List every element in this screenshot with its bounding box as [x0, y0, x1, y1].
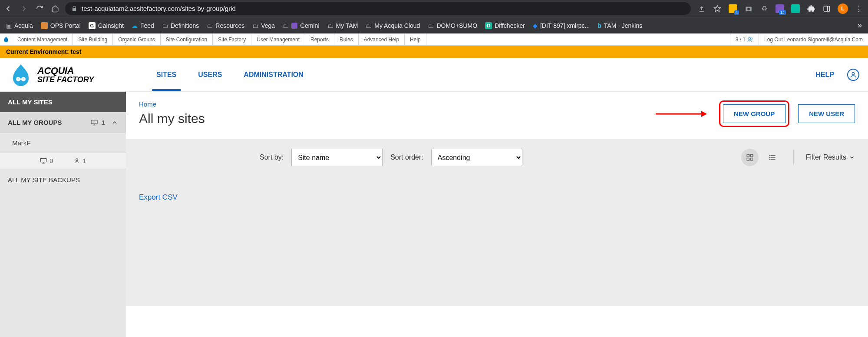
admin-item[interactable]: Rules — [334, 33, 359, 45]
page-title: All my sites — [139, 111, 205, 126]
app-header: ACQUIA SITE FACTORY SITES USERS ADMINIST… — [0, 58, 868, 92]
monitor-icon — [90, 120, 98, 126]
svg-rect-14 — [41, 159, 46, 162]
bookmark-item[interactable]: ▣Acquia — [6, 22, 33, 29]
folder-icon: 🗀 — [366, 22, 372, 29]
sort-by-select[interactable]: Site name — [291, 149, 383, 166]
new-user-button[interactable]: NEW USER — [798, 104, 855, 123]
folder-icon: 🗀 — [162, 22, 168, 29]
list-view-button[interactable] — [764, 149, 781, 166]
new-group-button[interactable]: NEW GROUP — [723, 104, 785, 123]
svg-point-10 — [852, 72, 854, 74]
ext-purple-icon[interactable]: 14 — [775, 4, 785, 13]
annotation-highlight: NEW GROUP — [719, 100, 789, 127]
bookmark-item[interactable]: 🗀Definitions — [162, 22, 199, 29]
ext-yellow-icon[interactable]: 4 — [728, 4, 738, 13]
user-menu[interactable] — [847, 69, 859, 81]
breadcrumb[interactable]: Home — [139, 100, 205, 108]
camera-icon[interactable] — [744, 4, 753, 13]
folder-icon: 🗀 — [252, 22, 258, 29]
bookmark-item[interactable]: OPS Portal — [41, 22, 81, 29]
reload-icon[interactable] — [36, 5, 43, 13]
sidebar: ALL MY SITES ALL MY GROUPS 1 MarkF 0 1 A… — [0, 92, 126, 337]
svg-point-28 — [769, 159, 770, 160]
person-icon — [74, 158, 80, 164]
bookmark-item[interactable]: ◆[DIT-897] xmlrpc... — [533, 22, 590, 29]
sidebar-groups-label: ALL MY GROUPS — [8, 119, 62, 126]
admin-item[interactable]: Site Factory — [213, 33, 251, 45]
url-bar[interactable]: test-acquiatam2.acsitefactory.com/sites-… — [65, 2, 691, 15]
admin-item[interactable]: User Management — [251, 33, 305, 45]
svg-point-4 — [749, 37, 751, 40]
ops-icon — [41, 22, 48, 29]
sidebar-stats: 0 1 — [0, 153, 126, 169]
admin-item[interactable]: Advanced Help — [359, 33, 405, 45]
bookmark-item[interactable]: DDiffchecker — [485, 22, 525, 29]
tab-users[interactable]: USERS — [198, 59, 222, 91]
tab-sites[interactable]: SITES — [156, 59, 176, 91]
sidebar-group-item[interactable]: MarkF — [0, 133, 126, 153]
filter-results[interactable]: Filter Results — [806, 153, 855, 161]
share-icon[interactable] — [697, 4, 706, 13]
monitor-icon — [40, 158, 47, 164]
star-icon[interactable] — [713, 4, 722, 13]
profile-avatar[interactable]: L — [838, 3, 848, 14]
svg-point-17 — [76, 159, 78, 161]
bookmark-item[interactable]: 🗀My TAM — [327, 22, 358, 29]
logo-text-2: SITE FACTORY — [37, 76, 94, 83]
kebab-icon[interactable]: ⋮ — [854, 4, 864, 13]
ext-green-icon[interactable] — [791, 4, 800, 13]
home-icon[interactable] — [51, 5, 59, 13]
gemini-icon — [291, 23, 297, 29]
tab-administration[interactable]: ADMINISTRATION — [244, 59, 303, 91]
admin-item[interactable]: Content Management — [12, 33, 73, 45]
panel-icon[interactable] — [822, 4, 832, 13]
forward-icon[interactable] — [20, 5, 28, 13]
chevron-up-icon — [111, 119, 118, 126]
admin-count: 3 / 1 — [730, 33, 759, 45]
grid-view-button[interactable] — [741, 149, 759, 166]
bookmark-item[interactable]: 🗀Vega — [252, 22, 275, 29]
lock-icon — [71, 6, 77, 12]
recycle-icon[interactable]: ♻ — [759, 4, 769, 13]
sites-count: 0 — [50, 157, 53, 164]
cloud-icon: ☁ — [132, 22, 138, 29]
sidebar-backups[interactable]: ALL MY SITE BACKUPS — [0, 169, 126, 190]
help-link[interactable]: HELP — [815, 71, 834, 79]
sort-by-label: Sort by: — [260, 153, 284, 161]
admin-item[interactable]: Site Configuration — [161, 33, 213, 45]
drupal-icon[interactable] — [0, 36, 12, 43]
svg-rect-20 — [750, 154, 752, 157]
bookmark-item[interactable]: GGainsight — [89, 22, 124, 29]
svg-rect-11 — [91, 120, 97, 123]
back-icon[interactable] — [4, 5, 12, 13]
jira-icon: ◆ — [533, 22, 538, 29]
bookmark-item[interactable]: bTAM - Jenkins — [597, 22, 642, 29]
bookmark-item[interactable]: 🗀Resources — [207, 22, 244, 29]
admin-item[interactable]: Organic Groups — [113, 33, 161, 45]
sidebar-all-groups[interactable]: ALL MY GROUPS 1 — [0, 112, 126, 133]
admin-item[interactable]: Site Building — [73, 33, 113, 45]
extensions-icon[interactable] — [806, 4, 816, 13]
folder-icon: 🗀 — [283, 22, 289, 29]
bookmark-item[interactable]: 🗀Gemini — [283, 22, 319, 29]
folder-icon: 🗀 — [428, 22, 434, 29]
users-count: 1 — [83, 157, 86, 164]
export-csv-link[interactable]: Export CSV — [139, 193, 178, 201]
browser-toolbar: test-acquiatam2.acsitefactory.com/sites-… — [0, 0, 868, 17]
sort-order-select[interactable]: Ascending — [431, 149, 522, 166]
svg-point-27 — [769, 157, 770, 158]
logout-link[interactable]: Log Out Leonardo.Signorelli@Acquia.Com — [759, 33, 868, 45]
toolbar: Sort by: Site name Sort order: Ascending… — [126, 139, 868, 176]
bookmark-item[interactable]: 🗀My Acquia Cloud — [366, 22, 420, 29]
sidebar-all-sites[interactable]: ALL MY SITES — [0, 92, 126, 112]
admin-item[interactable]: Help — [405, 33, 426, 45]
page-icon: ▣ — [6, 22, 12, 29]
bookmarks-overflow[interactable]: » — [858, 21, 862, 30]
svg-rect-2 — [824, 6, 830, 11]
environment-banner: Current Environment: test — [0, 46, 868, 58]
bookmark-item[interactable]: ☁Feed — [132, 22, 154, 29]
app-logo[interactable]: ACQUIA SITE FACTORY — [9, 63, 130, 87]
bookmark-item[interactable]: 🗀DOMO+SUMO — [428, 22, 477, 29]
admin-item[interactable]: Reports — [305, 33, 334, 45]
